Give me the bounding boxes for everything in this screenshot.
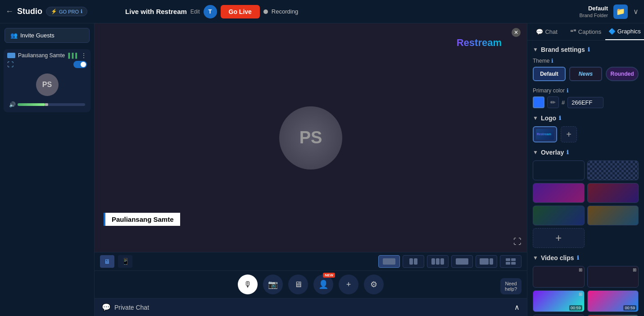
- overlay-info-icon[interactable]: ℹ: [567, 149, 569, 156]
- layout-button-4[interactable]: [451, 255, 473, 268]
- close-overlay-button[interactable]: ✕: [512, 28, 521, 37]
- theme-rounded-button[interactable]: Rounded: [606, 67, 639, 81]
- overlay-item-2[interactable]: [587, 160, 639, 180]
- desktop-view-button[interactable]: 🖥: [100, 255, 114, 268]
- user-avatar: T: [204, 5, 217, 18]
- brand-settings-header: ▼ Brand settings ℹ: [533, 46, 639, 53]
- guest-controls: ▌▌▌ ⋮: [68, 52, 87, 59]
- clips-grid: ⊞ ⊞ 00:59 ⊞ 00:59 ⊞ 00:29 ⊞: [533, 266, 639, 316]
- expand-button[interactable]: ⛶: [7, 61, 14, 68]
- main-area: 👥 Invite Guests Pauliansang Samte ▌▌▌ ⋮ …: [0, 23, 644, 316]
- theme-news-button[interactable]: News: [569, 67, 602, 81]
- logo-toggle[interactable]: ▼: [533, 115, 538, 121]
- theme-row: Default News Rounded: [533, 67, 639, 81]
- layout-options: [378, 255, 522, 268]
- add-logo-button[interactable]: +: [561, 126, 577, 142]
- hash-label: #: [562, 99, 565, 106]
- mobile-view-button[interactable]: 📱: [118, 255, 132, 268]
- guest-name: Pauliansang Samte: [18, 52, 65, 59]
- need-help-button[interactable]: Need help?: [500, 278, 522, 294]
- color-hex-input[interactable]: [567, 97, 603, 108]
- add-person-button[interactable]: 👤 NEW: [313, 275, 333, 294]
- logo-thumb-inner: Restream: [536, 129, 554, 140]
- settings-button[interactable]: ⚙: [364, 275, 384, 294]
- fullscreen-button[interactable]: ⛶: [513, 237, 522, 247]
- edit-color-button[interactable]: ✏: [547, 96, 559, 108]
- layout-button-5[interactable]: [476, 255, 497, 268]
- brand-settings-info[interactable]: ℹ: [588, 46, 590, 53]
- people-icon: 👥: [10, 32, 18, 39]
- logo-info-icon[interactable]: ℹ: [559, 115, 561, 121]
- screen-share-button[interactable]: 🖥: [288, 275, 308, 294]
- add-source-button[interactable]: +: [339, 275, 358, 294]
- brand-settings-toggle[interactable]: ▼: [533, 46, 538, 53]
- recording-dot: [263, 9, 268, 14]
- overlay-toggle[interactable]: ▼: [533, 149, 538, 156]
- theme-info-icon[interactable]: ℹ: [551, 58, 553, 64]
- restream-logo: Restream: [457, 37, 502, 49]
- guest-toggle[interactable]: [73, 61, 87, 68]
- captions-tab-icon: ❝❞: [570, 28, 576, 35]
- logo-thumb-text: Restream: [536, 132, 552, 137]
- color-info-icon[interactable]: ℹ: [567, 87, 569, 94]
- header-chevron[interactable]: ∨: [633, 7, 639, 16]
- add-overlay-button[interactable]: +: [533, 228, 585, 248]
- right-tabs: 💬 Chat ❝❞ Captions 🔷 Graphics: [527, 23, 644, 41]
- info-icon: ℹ: [81, 9, 82, 14]
- folder-button[interactable]: 📁: [613, 5, 628, 19]
- invite-guests-button[interactable]: 👥 Invite Guests: [5, 28, 90, 43]
- clip-duration-4: 00:59: [623, 305, 636, 311]
- header-left: ← Studio ⚡ GO PRO ℹ: [5, 7, 87, 16]
- layout-button-2[interactable]: [403, 255, 424, 268]
- back-button[interactable]: ←: [5, 7, 14, 16]
- chat-tab-icon: 💬: [536, 28, 543, 35]
- video-center: Restream ✕ PS Pauliansang Samte ⛶ 🖥 📱: [95, 23, 527, 316]
- mic-button[interactable]: 🎙: [238, 275, 258, 294]
- tab-chat[interactable]: 💬 Chat: [527, 23, 566, 40]
- overlay-item-4[interactable]: [587, 183, 639, 203]
- clip-item-3[interactable]: 00:59 ⊞: [533, 290, 585, 312]
- overlay-item-1[interactable]: [533, 160, 585, 180]
- clip-item-2[interactable]: ⊞: [587, 266, 639, 288]
- theme-default-button[interactable]: Default: [533, 67, 566, 81]
- chat-tab-label: Chat: [545, 28, 557, 35]
- guest-avatar: PS: [36, 73, 59, 96]
- clip-item-4[interactable]: 00:59: [587, 290, 639, 312]
- video-clips-info-icon[interactable]: ℹ: [577, 255, 579, 261]
- more-options-icon[interactable]: ⋮: [81, 52, 87, 59]
- color-swatch[interactable]: [533, 96, 544, 108]
- overlay-item-6[interactable]: [587, 206, 639, 225]
- logo-label: Logo: [541, 114, 556, 122]
- speaker-icon: 🔊: [9, 101, 16, 108]
- tab-graphics[interactable]: 🔷 Graphics: [605, 23, 644, 40]
- guest-name-area: Pauliansang Samte: [7, 52, 65, 59]
- go-live-button[interactable]: Go Live: [221, 5, 260, 18]
- overlay-item-5[interactable]: [533, 206, 585, 225]
- clip-icon-3: ⊞: [579, 292, 582, 297]
- gopro-badge[interactable]: ⚡ GO PRO ℹ: [46, 7, 87, 16]
- camera-button[interactable]: 📷: [263, 275, 283, 294]
- overlay-item-3[interactable]: [533, 183, 585, 203]
- guest-header: Pauliansang Samte ▌▌▌ ⋮: [7, 52, 87, 59]
- tab-captions[interactable]: ❝❞ Captions: [566, 23, 605, 40]
- edit-button[interactable]: Edit: [190, 9, 200, 15]
- private-chat-left: 💬 Private Chat: [102, 303, 149, 311]
- layout-button-6[interactable]: [500, 255, 522, 268]
- guest-item: Pauliansang Samte ▌▌▌ ⋮ ⛶ PS 🔊: [4, 49, 91, 112]
- need-help-line2: help?: [505, 286, 517, 292]
- private-chat-label: Private Chat: [114, 304, 149, 311]
- layout-button-3[interactable]: [427, 255, 449, 268]
- private-chat-bar[interactable]: 💬 Private Chat ∧: [95, 298, 527, 316]
- layout-button-1[interactable]: [378, 255, 400, 268]
- clip-icon-1: ⊞: [579, 267, 582, 272]
- video-wrapper: Restream ✕ PS Pauliansang Samte ⛶: [95, 23, 527, 252]
- audio-slider-thumb[interactable]: [45, 103, 48, 106]
- logo-thumbnail[interactable]: Restream: [533, 126, 557, 142]
- clip-duration-3: 00:59: [569, 305, 582, 311]
- video-clips-toggle[interactable]: ▼: [533, 255, 538, 261]
- clip-item-1[interactable]: ⊞: [533, 266, 585, 288]
- live-with-title: Live with Restream: [125, 8, 187, 15]
- audio-bar-area: 🔊: [7, 100, 87, 110]
- color-row: ✏ #: [533, 96, 639, 108]
- logo-section-header: ▼ Logo ℹ: [533, 114, 639, 122]
